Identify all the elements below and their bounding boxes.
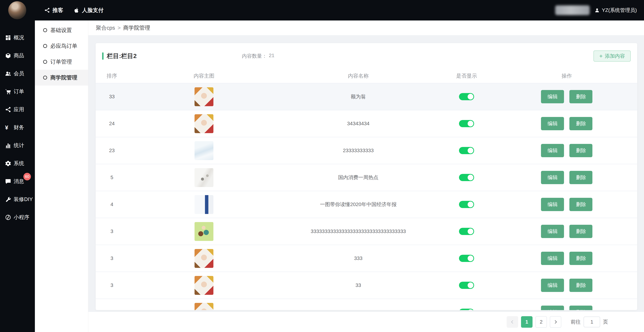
row-image-cell xyxy=(128,114,280,133)
sidebar-item-system[interactable]: 系统 xyxy=(0,154,35,172)
edit-button[interactable]: 编辑 xyxy=(541,279,564,292)
edit-button[interactable]: 编辑 xyxy=(541,225,564,238)
delete-button[interactable]: 删除 xyxy=(570,279,592,292)
topbar-item-label: 推客 xyxy=(52,7,63,14)
breadcrumb-parent[interactable]: 聚合cps xyxy=(96,24,115,32)
table-header: 排序 内容主图 内容名称 是否显示 操作 xyxy=(96,69,637,83)
sidebar-item-stats[interactable]: 统计 xyxy=(0,137,35,154)
edit-button[interactable]: 编辑 xyxy=(541,171,564,184)
visibility-toggle[interactable] xyxy=(459,147,474,154)
sidebar-item-messages[interactable]: 消息 60 xyxy=(0,172,35,190)
sidebar-item-orders[interactable]: 订单 xyxy=(0,83,35,101)
content-thumbnail xyxy=(194,168,214,187)
content-thumbnail xyxy=(194,222,214,241)
topbar-item-face-pay[interactable]: 人脸支付 xyxy=(74,7,104,14)
content-thumbnail xyxy=(194,87,214,106)
chevron-right-icon xyxy=(553,320,558,324)
table-row: 33 额为翁 编辑 删除 xyxy=(96,83,637,110)
user-label: YZ(系统管理员) xyxy=(602,7,637,14)
row-content-name: 34343434 xyxy=(280,121,437,126)
sidebar-item-miniapp[interactable]: 小程序 xyxy=(0,208,35,226)
visibility-toggle[interactable] xyxy=(459,255,474,262)
sidebar-item-goods[interactable]: 商品 xyxy=(0,47,35,65)
delete-button[interactable]: 删除 xyxy=(570,252,592,265)
sidebar-item-label: 应用 xyxy=(14,106,24,113)
row-sort-value: 3 xyxy=(96,256,128,261)
visibility-toggle[interactable] xyxy=(459,309,474,310)
table-row: 5 国内消费一周热点 编辑 删除 xyxy=(96,164,637,191)
row-sort-value: 5 xyxy=(96,175,128,180)
column-header-image: 内容主图 xyxy=(128,72,280,80)
submenu-item-label: 商学院管理 xyxy=(50,74,77,81)
row-content-name: 23333333333 xyxy=(280,148,437,153)
visibility-toggle[interactable] xyxy=(459,282,474,289)
delete-button[interactable]: 删除 xyxy=(570,306,592,310)
circle-icon xyxy=(43,76,47,80)
topbar-item-tuike[interactable]: 推客 xyxy=(44,7,63,14)
row-image-cell xyxy=(128,87,280,106)
column-header-sort: 排序 xyxy=(96,72,128,80)
prev-page-button[interactable] xyxy=(507,316,518,328)
row-image-cell xyxy=(128,276,280,295)
edit-button[interactable]: 编辑 xyxy=(541,198,564,211)
row-sort-value: 23 xyxy=(96,148,128,153)
submenu-item[interactable]: 基础设置 xyxy=(35,22,88,38)
content-thumbnail xyxy=(194,195,214,214)
diy-icon xyxy=(5,196,11,202)
page-button-1[interactable]: 1 xyxy=(521,316,532,328)
content-thumbnail xyxy=(194,303,214,310)
user-menu[interactable]: YZ(系统管理员) xyxy=(594,7,637,14)
content-card: 栏目:栏目2 内容数量： 21 + 添加内容 排序 内容主图 内容名称 是否显示… xyxy=(96,43,637,310)
breadcrumb-separator: > xyxy=(118,25,121,31)
avatar[interactable] xyxy=(8,1,26,19)
sidebar-item-diy[interactable]: 装修DIY xyxy=(0,190,35,208)
next-page-button[interactable] xyxy=(550,316,561,328)
sidebar-item-members[interactable]: 会员 xyxy=(0,65,35,83)
submenu-item[interactable]: 订单管理 xyxy=(35,54,88,70)
edit-button[interactable]: 编辑 xyxy=(541,252,564,265)
row-content-name: 额为翁 xyxy=(280,93,437,100)
submenu-item[interactable]: 必应鸟订单 xyxy=(35,38,88,54)
visibility-toggle[interactable] xyxy=(459,174,474,181)
breadcrumb: 聚合cps > 商学院管理 xyxy=(88,20,644,35)
row-image-cell xyxy=(128,195,280,214)
row-image-cell xyxy=(128,222,280,241)
circle-icon xyxy=(43,28,47,32)
page-button-2[interactable]: 2 xyxy=(536,316,547,328)
breadcrumb-current: 商学院管理 xyxy=(123,24,150,32)
delete-button[interactable]: 删除 xyxy=(570,171,592,184)
delete-button[interactable]: 删除 xyxy=(570,225,592,238)
sidebar-item-overview[interactable]: 概况 xyxy=(0,29,35,47)
table-row: 24 34343434 编辑 删除 xyxy=(96,110,637,137)
add-content-button[interactable]: + 添加内容 xyxy=(594,50,631,62)
column-header-visible: 是否显示 xyxy=(437,72,496,80)
visibility-toggle[interactable] xyxy=(459,201,474,208)
topbar: 推客 人脸支付 YZ(系统管理员) xyxy=(0,0,644,20)
edit-button[interactable]: 编辑 xyxy=(541,144,564,157)
submenu-item[interactable]: 商学院管理 xyxy=(35,70,88,85)
visibility-toggle[interactable] xyxy=(459,120,474,127)
row-content-name: 33 xyxy=(280,283,437,288)
delete-button[interactable]: 删除 xyxy=(570,198,592,211)
column-header-name: 内容名称 xyxy=(280,72,437,80)
share-icon xyxy=(44,7,50,13)
visibility-toggle[interactable] xyxy=(459,228,474,235)
delete-button[interactable]: 删除 xyxy=(570,90,592,103)
row-image-cell xyxy=(128,141,280,160)
user-icon xyxy=(594,7,600,13)
delete-button[interactable]: 删除 xyxy=(570,117,592,130)
edit-button[interactable]: 编辑 xyxy=(541,90,564,103)
sidebar-item-apps[interactable]: 应用 xyxy=(0,101,35,119)
sidebar-item-finance[interactable]: ¥ 财务 xyxy=(0,119,35,137)
main-area: 聚合cps > 商学院管理 栏目:栏目2 内容数量： 21 + 添加内容 排序 … xyxy=(88,20,644,332)
delete-button[interactable]: 删除 xyxy=(570,144,592,157)
page-unit-label: 页 xyxy=(603,319,608,325)
edit-button[interactable]: 编辑 xyxy=(541,306,564,310)
system-icon xyxy=(5,160,11,167)
edit-button[interactable]: 编辑 xyxy=(541,117,564,130)
visibility-toggle[interactable] xyxy=(459,93,474,100)
circle-icon xyxy=(43,44,47,48)
panel-title: 栏目:栏目2 xyxy=(102,52,137,60)
goto-page-input[interactable] xyxy=(584,317,600,327)
messages-icon xyxy=(5,178,11,185)
